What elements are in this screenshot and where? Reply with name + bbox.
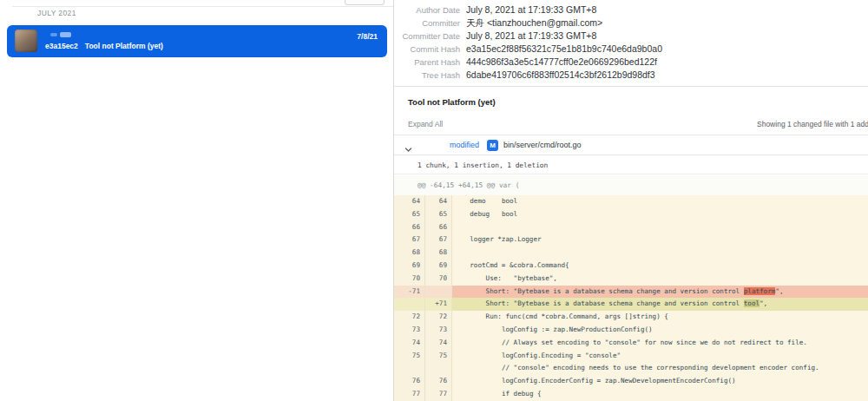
old-line-number: -71 [394, 286, 425, 299]
metadata-value: July 8, 2021 at 17:19:33 GMT+8 [466, 4, 596, 15]
new-line-number: 76 [425, 375, 452, 388]
new-line-number: 75 [425, 350, 452, 363]
word-highlight: tool [744, 299, 760, 307]
code-text: if debug { [452, 388, 868, 401]
diff-stats-row: 1 chunk, 1 insertion, 1 deletion [394, 156, 868, 174]
metadata-label: Tree Hash [394, 69, 460, 82]
diff-line-row: 7474 // Always set encoding to "console"… [394, 337, 868, 350]
metadata-value: 6dabe419706c6f883ff02514c3bf2612b9d98df3 [466, 69, 655, 80]
diff-line-row: -71 Short: "Bytebase is a database schem… [394, 286, 868, 299]
metadata-value: 天舟 <tianzhouchen@gmail.com> [466, 17, 602, 28]
diff-line-row: 6565 debug bool [394, 208, 868, 221]
code-text: logConfig.Encoding = "console" [452, 350, 868, 363]
diff-line-row: +71 Short: "Bytebase is a database schem… [394, 298, 868, 311]
commit-list-item[interactable]: e3a15ec2Tool not Platform (yet) 7/8/21 [7, 25, 387, 57]
redacted-author-name [50, 33, 57, 36]
old-line-number: 70 [394, 273, 425, 286]
diff-line-row: 7272 Run: func(cmd *cobra.Command, args … [394, 311, 868, 324]
diff-line-row: 7676 logConfig.EncoderConfig = zap.NewDe… [394, 375, 868, 388]
diff-line-row: 7777 if debug { [394, 388, 868, 401]
new-line-number: 73 [425, 324, 452, 337]
expand-all-button[interactable]: Expand All [408, 120, 443, 128]
old-line-number: 72 [394, 311, 425, 324]
old-line-number [394, 362, 425, 375]
code-text [452, 221, 868, 234]
diff-line-row: 7070 Use: "bytebase", [394, 273, 868, 286]
hunk-header: @@ -64,15 +64,15 @@ var ( [418, 181, 519, 189]
git-client-window: JULY 2021 e3a15ec2Tool not Platform (yet… [0, 0, 868, 401]
redacted-author-name [60, 32, 71, 37]
new-line-number [425, 286, 452, 299]
code-text: Use: "bytebase", [452, 273, 868, 286]
word-highlight: platform [744, 287, 776, 295]
commit-summary-line: e3a15ec2Tool not Platform (yet) [45, 42, 163, 50]
new-line-number: 74 [425, 337, 452, 350]
commit-date: 7/8/21 [357, 32, 378, 41]
code-text: // "console" encoding needs to use the c… [452, 362, 868, 375]
old-line-number: 69 [394, 260, 425, 273]
new-line-number: 64 [425, 195, 452, 208]
old-line-number: 74 [394, 337, 425, 350]
metadata-row: Commit Hashe3a15ec2f88f56321c75e1b81b9c7… [394, 41, 868, 54]
code-text: logConfig.EncoderConfig = zap.NewDevelop… [452, 375, 868, 388]
new-line-number: 66 [425, 221, 452, 234]
code-text [452, 247, 868, 260]
old-line-number: 65 [394, 208, 425, 221]
code-text: logger *zap.Logger [452, 233, 868, 247]
metadata-row: Author DateJuly 8, 2021 at 17:19:33 GMT+… [394, 2, 868, 15]
new-line-number: 77 [425, 388, 452, 401]
old-line-number: 66 [394, 221, 425, 234]
file-status-label: modified [450, 141, 479, 149]
metadata-value: e3a15ec2f88f56321c75e1b81b9c740e6da9b0a0 [466, 43, 662, 54]
diff-line-row: 6969 rootCmd = &cobra.Command{ [394, 260, 868, 273]
metadata-value: July 8, 2021 at 17:19:33 GMT+8 [466, 30, 596, 41]
old-line-number: 76 [394, 375, 425, 388]
metadata-row: Parent Hash444c986f3a3e5c14777cff0e2e066… [394, 54, 868, 67]
avatar [15, 30, 37, 52]
old-line-number: 77 [394, 388, 425, 401]
section-divider [394, 86, 868, 87]
modified-badge-icon: M [487, 140, 498, 151]
commit-short-hash: e3a15ec2 [45, 42, 78, 50]
commit-title: Tool not Platform (yet) [408, 97, 496, 107]
diff-line-row: 6767 logger *zap.Logger [394, 233, 868, 247]
hunk-header-row: @@ -64,15 +64,15 @@ var ( [394, 175, 868, 195]
code-text: Run: func(cmd *cobra.Command, args []str… [452, 311, 868, 324]
old-line-number: 67 [394, 233, 425, 247]
old-line-number: 73 [394, 324, 425, 337]
diff-line-row: 6868 [394, 247, 868, 260]
code-text: Short: "Bytebase is a database schema ch… [452, 286, 868, 299]
new-line-number: 65 [425, 208, 452, 221]
diff-stats: 1 chunk, 1 insertion, 1 deletion [418, 161, 548, 169]
diff-line-row: // "console" encoding needs to use the c… [394, 362, 868, 375]
diff-line-row: 7373 logConfig := zap.NewProductionConfi… [394, 324, 868, 337]
code-text: rootCmd = &cobra.Command{ [452, 260, 868, 273]
diff-line-row: 6464 demo bool [394, 195, 868, 208]
new-line-number: +71 [425, 298, 452, 311]
new-line-number [425, 362, 452, 375]
new-line-number: 67 [425, 233, 452, 247]
sidebar-section-header: JULY 2021 [37, 9, 76, 17]
sidebar-section-divider [12, 6, 393, 7]
code-text: // Always set encoding to "console" for … [452, 337, 868, 350]
new-line-number: 68 [425, 247, 452, 260]
old-line-number: 68 [394, 247, 425, 260]
old-line-number [394, 298, 425, 311]
new-line-number: 70 [425, 273, 452, 286]
new-line-number: 72 [425, 311, 452, 324]
metadata-row: Committer天舟 <tianzhouchen@gmail.com> [394, 15, 868, 28]
chevron-down-icon[interactable] [404, 141, 412, 149]
changed-file-row[interactable]: modified M bin/server/cmd/root.go [394, 135, 868, 155]
code-text: demo bool [452, 195, 868, 208]
old-line-number: 75 [394, 350, 425, 363]
changed-files-summary: Showing 1 changed file with 1 addition a… [757, 120, 868, 128]
diff-code-area: 6464 demo bool6565 debug bool66666767 lo… [394, 195, 868, 401]
sidebar-scroll-fragment [345, 0, 385, 5]
diff-line-row: 7575 logConfig.Encoding = "console" [394, 350, 868, 363]
code-text: logConfig := zap.NewProductionConfig() [452, 324, 868, 337]
old-line-number: 64 [394, 195, 425, 208]
metadata-row: Committer DateJuly 8, 2021 at 17:19:33 G… [394, 28, 868, 41]
diff-line-row: 6666 [394, 221, 868, 234]
file-path: bin/server/cmd/root.go [503, 141, 582, 149]
code-text: Short: "Bytebase is a database schema ch… [452, 298, 868, 311]
